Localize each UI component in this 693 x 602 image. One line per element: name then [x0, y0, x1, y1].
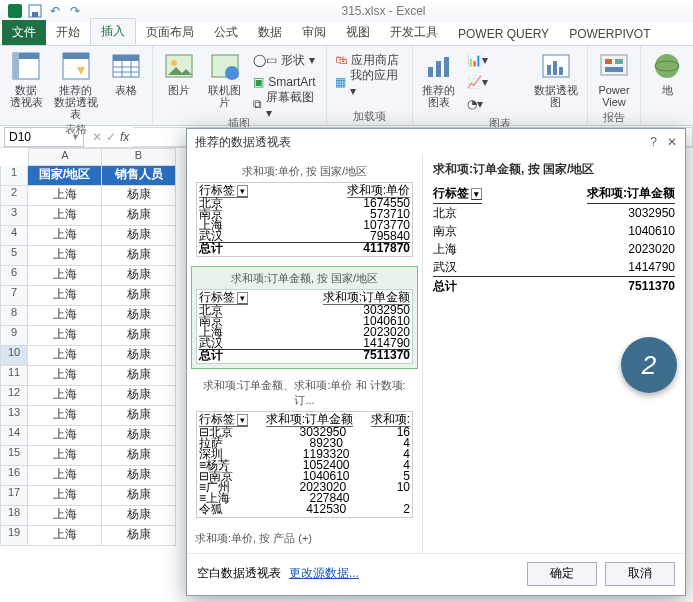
- cell[interactable]: 上海: [28, 226, 102, 246]
- cell[interactable]: 上海: [28, 426, 102, 446]
- pivot-thumbnail[interactable]: 求和项:单价, 按 国家/地区行标签▾求和项:单价北京1674550南京5737…: [191, 159, 418, 262]
- cancel-button[interactable]: 取消: [605, 562, 675, 586]
- blank-pivot-button[interactable]: 空白数据透视表: [197, 565, 281, 582]
- cell[interactable]: 上海: [28, 206, 102, 226]
- cell[interactable]: 上海: [28, 186, 102, 206]
- cell[interactable]: 上海: [28, 366, 102, 386]
- tab-POWERPIVOT[interactable]: POWERPIVOT: [559, 23, 660, 45]
- tab-开发工具[interactable]: 开发工具: [380, 20, 448, 45]
- chart-type-3[interactable]: ◔▾: [465, 94, 524, 114]
- row-header[interactable]: 7: [0, 286, 28, 306]
- row-header[interactable]: 11: [0, 366, 28, 386]
- cell[interactable]: 杨康: [102, 206, 176, 226]
- cell[interactable]: 上海: [28, 446, 102, 466]
- cell[interactable]: 杨康: [102, 406, 176, 426]
- pivot-thumbnail[interactable]: 求和项:订单金额、求和项:单价 和 计数项:订...行标签▾求和项:订单金额求和…: [191, 373, 418, 523]
- row-header[interactable]: 3: [0, 206, 28, 226]
- screenshot-button[interactable]: ⧉屏幕截图 ▾: [251, 94, 320, 114]
- cell[interactable]: 上海: [28, 486, 102, 506]
- cell[interactable]: 上海: [28, 306, 102, 326]
- row-header[interactable]: 9: [0, 326, 28, 346]
- enter-formula-icon[interactable]: ✓: [106, 130, 116, 144]
- cell[interactable]: 上海: [28, 466, 102, 486]
- cell[interactable]: 杨康: [102, 306, 176, 326]
- my-apps-button[interactable]: ▦我的应用 ▾: [333, 72, 405, 92]
- tab-视图[interactable]: 视图: [336, 20, 380, 45]
- pictures-button[interactable]: 图片: [159, 50, 199, 96]
- power-view-button[interactable]: Power View: [594, 50, 634, 108]
- cell[interactable]: 上海: [28, 386, 102, 406]
- tab-公式[interactable]: 公式: [204, 20, 248, 45]
- cell[interactable]: 杨康: [102, 526, 176, 546]
- column-header[interactable]: A: [28, 148, 102, 166]
- more-thumb-label[interactable]: 求和项:单价, 按 产品 (+): [191, 527, 418, 550]
- change-source-link[interactable]: 更改源数据...: [289, 565, 359, 582]
- cell[interactable]: 上海: [28, 406, 102, 426]
- row-header[interactable]: 6: [0, 266, 28, 286]
- tab-POWER QUERY[interactable]: POWER QUERY: [448, 23, 559, 45]
- row-header[interactable]: 17: [0, 486, 28, 506]
- recommended-charts-button[interactable]: 推荐的 图表: [419, 50, 459, 108]
- cell[interactable]: 杨康: [102, 346, 176, 366]
- row-header[interactable]: 10: [0, 346, 28, 366]
- redo-icon[interactable]: ↷: [68, 4, 82, 18]
- cell[interactable]: 杨康: [102, 386, 176, 406]
- dialog-close-icon[interactable]: ✕: [667, 135, 677, 149]
- excel-icon[interactable]: [8, 4, 22, 18]
- pivot-chart-button[interactable]: 数据透视图: [530, 50, 581, 108]
- cell[interactable]: 杨康: [102, 226, 176, 246]
- row-header[interactable]: 2: [0, 186, 28, 206]
- cell[interactable]: 杨康: [102, 486, 176, 506]
- row-header[interactable]: 18: [0, 506, 28, 526]
- tab-审阅[interactable]: 审阅: [292, 20, 336, 45]
- recommended-pivot-button[interactable]: 推荐的 数据透视表: [52, 50, 100, 120]
- cell[interactable]: 杨康: [102, 426, 176, 446]
- cell[interactable]: 上海: [28, 286, 102, 306]
- cell[interactable]: 上海: [28, 266, 102, 286]
- row-header[interactable]: 13: [0, 406, 28, 426]
- ok-button[interactable]: 确定: [527, 562, 597, 586]
- cell[interactable]: 杨康: [102, 506, 176, 526]
- cancel-formula-icon[interactable]: ✕: [92, 130, 102, 144]
- row-header[interactable]: 14: [0, 426, 28, 446]
- row-header[interactable]: 1: [0, 166, 28, 186]
- cell[interactable]: 杨康: [102, 246, 176, 266]
- cell[interactable]: 国家/地区: [28, 166, 102, 186]
- pivot-table-button[interactable]: 数据 透视表: [6, 50, 46, 108]
- cell[interactable]: 上海: [28, 246, 102, 266]
- cell[interactable]: 上海: [28, 346, 102, 366]
- fx-icon[interactable]: fx: [120, 130, 129, 144]
- row-header[interactable]: 19: [0, 526, 28, 546]
- row-header[interactable]: 8: [0, 306, 28, 326]
- thumbnails-pane[interactable]: 求和项:单价, 按 国家/地区行标签▾求和项:单价北京1674550南京5737…: [187, 155, 423, 553]
- online-pictures-button[interactable]: 联机图片: [205, 50, 246, 108]
- cell[interactable]: 杨康: [102, 446, 176, 466]
- cell[interactable]: 杨康: [102, 266, 176, 286]
- table-button[interactable]: 表格: [106, 50, 146, 96]
- pivot-thumbnail[interactable]: 求和项:订单金额, 按 国家/地区行标签▾求和项:订单金额北京3032950南京…: [191, 266, 418, 369]
- tab-开始[interactable]: 开始: [46, 20, 90, 45]
- tab-数据[interactable]: 数据: [248, 20, 292, 45]
- row-header[interactable]: 16: [0, 466, 28, 486]
- cell[interactable]: 杨康: [102, 466, 176, 486]
- namebox-dropdown-icon[interactable]: ▼: [68, 132, 83, 142]
- tab-file[interactable]: 文件: [2, 20, 46, 45]
- undo-icon[interactable]: ↶: [48, 4, 62, 18]
- row-header[interactable]: 5: [0, 246, 28, 266]
- row-header[interactable]: 12: [0, 386, 28, 406]
- chart-type-2[interactable]: 📈▾: [465, 72, 524, 92]
- save-icon[interactable]: [28, 4, 42, 18]
- column-header[interactable]: B: [102, 148, 176, 166]
- name-box[interactable]: D10▼: [4, 127, 84, 147]
- tab-插入[interactable]: 插入: [90, 18, 136, 45]
- tab-页面布局[interactable]: 页面布局: [136, 20, 204, 45]
- cell[interactable]: 杨康: [102, 366, 176, 386]
- cell[interactable]: 上海: [28, 526, 102, 546]
- row-header[interactable]: 15: [0, 446, 28, 466]
- cell[interactable]: 销售人员: [102, 166, 176, 186]
- cell[interactable]: 杨康: [102, 186, 176, 206]
- cell[interactable]: 杨康: [102, 326, 176, 346]
- shapes-button[interactable]: ◯▭形状 ▾: [251, 50, 320, 70]
- row-header[interactable]: 4: [0, 226, 28, 246]
- cell[interactable]: 上海: [28, 506, 102, 526]
